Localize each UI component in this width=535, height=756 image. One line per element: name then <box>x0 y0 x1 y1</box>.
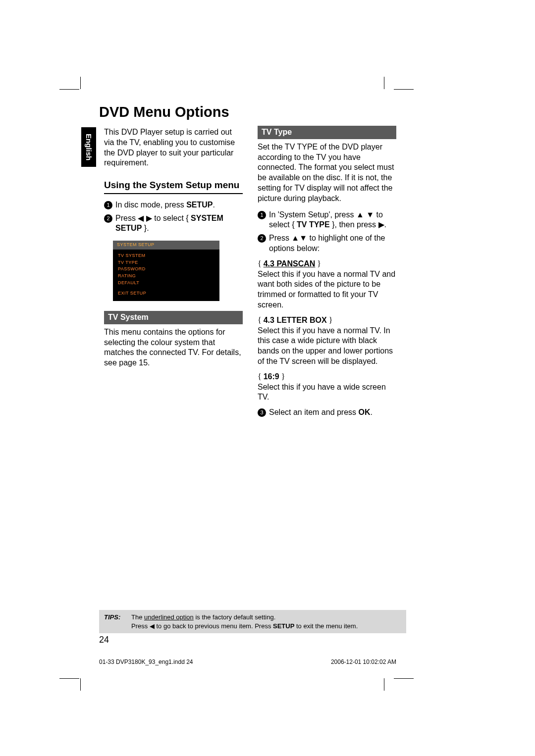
right-arrow-icon: ▶ <box>146 214 152 222</box>
page-number: 24 <box>99 635 109 645</box>
option-panscan-body: Select this if you have a normal TV and … <box>258 269 396 310</box>
text-underline: underlined option <box>144 613 194 621</box>
text-fragment: Press <box>131 622 150 630</box>
left-arrow-icon: ◀ <box>138 214 144 222</box>
crop-mark <box>384 678 384 691</box>
osd-item: RATING <box>113 273 219 280</box>
option-169: { 16:9 } <box>258 372 396 382</box>
osd-item: TV SYSTEM <box>113 252 219 259</box>
text-fragment: The <box>131 613 144 621</box>
text-bold: SETUP <box>186 201 213 209</box>
tips-label: TIPS: <box>104 613 131 630</box>
intro-text: This DVD Player setup is carried out via… <box>104 127 243 168</box>
text-fragment: }. <box>142 224 149 232</box>
option-letterbox-body: Select this if you have a normal TV. In … <box>258 326 396 367</box>
osd-header: SYSTEM SETUP <box>113 241 219 250</box>
text-fragment: to go back to previous menu item. Press <box>155 622 273 630</box>
text-fragment: . <box>213 201 215 209</box>
crop-mark <box>80 77 81 89</box>
option-label: 4.3 LETTER BOX <box>264 316 327 324</box>
footer-left: 01-33 DVP3180K_93_eng1.indd 24 <box>99 658 193 665</box>
up-arrow-icon: ▲ <box>291 234 299 242</box>
right-step-2: 2 Press ▲▼ to highlight one of the optio… <box>258 233 396 254</box>
right-step-3-body: Select an item and press OK. <box>269 407 396 418</box>
option-panscan: { 4.3 PANSCAN } <box>258 259 396 269</box>
tv-system-body: This menu contains the options for selec… <box>104 327 243 368</box>
crop-mark <box>59 89 79 90</box>
subheading-tv-system: TV System <box>104 311 243 324</box>
text-fragment: to select { <box>152 214 191 222</box>
page: English DVD Menu Options This DVD Player… <box>0 0 535 756</box>
right-step-3: 3 Select an item and press OK. <box>258 407 396 418</box>
step-1: 1 In disc mode, press SETUP. <box>104 200 243 210</box>
step-2-body: Press ◀ ▶ to select { SYSTEM SETUP }. <box>115 213 243 234</box>
step-bullet-1: 1 <box>258 211 266 219</box>
option-label: 4.3 PANSCAN <box>264 259 316 268</box>
text-fragment: . <box>384 220 386 229</box>
down-arrow-icon: ▼ <box>299 234 307 242</box>
left-arrow-icon: ◀ <box>150 622 155 630</box>
text-fragment: to exit the menu item. <box>294 622 358 630</box>
osd-screenshot: SYSTEM SETUP TV SYSTEM TV TYPE PASSWORD … <box>113 241 219 301</box>
left-column: This DVD Player setup is carried out via… <box>104 127 243 368</box>
osd-item: PASSWORD <box>113 266 219 273</box>
osd-exit: EXIT SETUP <box>113 290 219 297</box>
option-letterbox: { 4.3 LETTER BOX } <box>258 315 396 326</box>
tv-type-body: Set the TV TYPE of the DVD player accord… <box>258 142 396 204</box>
tips-box: TIPS: The underlined option is the facto… <box>99 610 406 633</box>
text-bold: OK <box>359 408 371 416</box>
step-bullet-2: 2 <box>104 214 112 223</box>
crop-mark <box>59 678 79 679</box>
text-fragment: Press <box>269 234 291 242</box>
right-column: TV Type Set the TV TYPE of the DVD playe… <box>258 126 396 421</box>
step-1-body: In disc mode, press SETUP. <box>115 200 243 210</box>
subheading-tv-type: TV Type <box>258 126 396 139</box>
language-tab: English <box>81 127 96 167</box>
text-fragment: Select an item and press <box>269 408 359 416</box>
step-bullet-1: 1 <box>104 201 112 209</box>
down-arrow-icon: ▼ <box>366 210 374 219</box>
right-arrow-icon: ▶ <box>378 220 384 229</box>
text-fragment: In 'System Setup', press <box>269 210 356 219</box>
footer: 01-33 DVP3180K_93_eng1.indd 24 2006-12-0… <box>99 658 396 665</box>
right-step-1-body: In 'System Setup', press ▲ ▼ to select {… <box>269 210 396 231</box>
step-bullet-2: 2 <box>258 234 266 243</box>
crop-mark <box>394 89 414 90</box>
osd-item: TV TYPE <box>113 259 219 266</box>
text-fragment: }, then press <box>330 220 378 229</box>
right-step-2-body: Press ▲▼ to highlight one of the options… <box>269 233 396 254</box>
footer-right: 2006-12-01 10:02:02 AM <box>331 658 396 665</box>
option-169-body: Select this if you have a wide screen TV… <box>258 382 396 403</box>
text-bold: SETUP <box>273 622 294 630</box>
text-fragment: Press <box>115 214 138 222</box>
osd-item: DEFAULT <box>113 280 219 287</box>
right-step-1: 1 In 'System Setup', press ▲ ▼ to select… <box>258 210 396 231</box>
section-heading-using: Using the System Setup menu <box>104 179 243 194</box>
step-2: 2 Press ◀ ▶ to select { SYSTEM SETUP }. <box>104 213 243 234</box>
up-arrow-icon: ▲ <box>356 210 364 219</box>
text-fragment: In disc mode, press <box>115 201 186 209</box>
text-fragment: . <box>371 408 373 416</box>
tips-body: The underlined option is the factory def… <box>131 613 401 630</box>
crop-mark <box>384 77 384 89</box>
page-title: DVD Menu Options <box>99 104 229 120</box>
step-bullet-3: 3 <box>258 408 266 417</box>
crop-mark <box>80 678 81 691</box>
crop-mark <box>394 678 414 679</box>
text-fragment: is the factory default setting. <box>194 613 275 621</box>
text-bold: TV TYPE <box>297 220 330 229</box>
option-label: 16:9 <box>264 372 279 381</box>
